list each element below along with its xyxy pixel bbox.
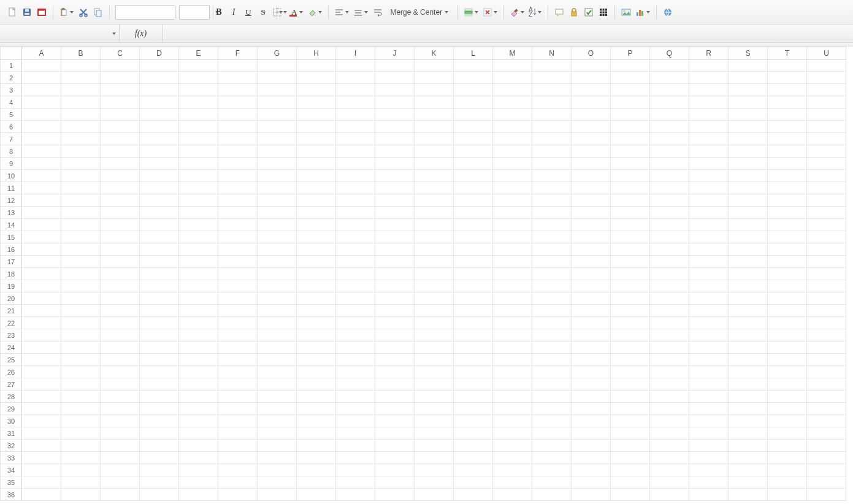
cell-O21[interactable] bbox=[572, 305, 611, 317]
cell-E8[interactable] bbox=[179, 145, 218, 158]
export-pdf-button[interactable] bbox=[35, 4, 48, 20]
cell-F3[interactable] bbox=[218, 84, 258, 96]
cell-F33[interactable] bbox=[218, 452, 258, 464]
row-header-4[interactable]: 4 bbox=[1, 96, 22, 109]
cell-D26[interactable] bbox=[140, 366, 179, 378]
cell-N9[interactable] bbox=[532, 158, 572, 170]
cell-A30[interactable] bbox=[22, 415, 61, 427]
cell-F36[interactable] bbox=[218, 489, 258, 501]
cell-M33[interactable] bbox=[493, 452, 532, 464]
cell-C27[interactable] bbox=[101, 378, 140, 391]
cell-M8[interactable] bbox=[493, 145, 532, 158]
vertical-align-button[interactable] bbox=[352, 4, 370, 20]
cell-A10[interactable] bbox=[22, 170, 61, 182]
cell-R4[interactable] bbox=[689, 96, 729, 109]
cell-D10[interactable] bbox=[140, 170, 179, 182]
cell-R25[interactable] bbox=[689, 354, 729, 366]
cell-A28[interactable] bbox=[22, 391, 61, 403]
cell-T8[interactable] bbox=[768, 145, 807, 158]
cell-L33[interactable] bbox=[454, 452, 493, 464]
cell-L31[interactable] bbox=[454, 427, 493, 440]
cell-B14[interactable] bbox=[61, 219, 101, 231]
cell-N35[interactable] bbox=[532, 476, 572, 489]
cell-T10[interactable] bbox=[768, 170, 807, 182]
cell-E13[interactable] bbox=[179, 207, 218, 219]
cell-E1[interactable] bbox=[179, 59, 218, 72]
cell-D13[interactable] bbox=[140, 207, 179, 219]
cell-D36[interactable] bbox=[140, 489, 179, 501]
cell-R27[interactable] bbox=[689, 378, 729, 391]
merge-center-button[interactable]: Merge & Center bbox=[385, 4, 454, 20]
cell-A1[interactable] bbox=[22, 59, 61, 72]
cell-S6[interactable] bbox=[729, 121, 768, 133]
insert-image-button[interactable] bbox=[619, 4, 633, 20]
cell-M34[interactable] bbox=[493, 464, 532, 476]
cell-G1[interactable] bbox=[258, 59, 297, 72]
cell-A32[interactable] bbox=[22, 440, 61, 452]
cell-E5[interactable] bbox=[179, 109, 218, 121]
cell-T5[interactable] bbox=[768, 109, 807, 121]
cell-K32[interactable] bbox=[415, 440, 454, 452]
horizontal-align-button[interactable] bbox=[333, 4, 351, 20]
cell-L16[interactable] bbox=[454, 243, 493, 256]
cell-J20[interactable] bbox=[375, 292, 415, 305]
cell-A20[interactable] bbox=[22, 292, 61, 305]
cell-T28[interactable] bbox=[768, 391, 807, 403]
cell-B4[interactable] bbox=[61, 96, 101, 109]
cell-M28[interactable] bbox=[493, 391, 532, 403]
cell-B31[interactable] bbox=[61, 427, 101, 440]
insert-cells-button[interactable] bbox=[462, 4, 480, 20]
cell-R17[interactable] bbox=[689, 256, 729, 268]
cell-G18[interactable] bbox=[258, 268, 297, 280]
save-button[interactable] bbox=[20, 4, 34, 20]
cell-K20[interactable] bbox=[415, 292, 454, 305]
cell-P13[interactable] bbox=[611, 207, 650, 219]
cell-I23[interactable] bbox=[336, 329, 375, 342]
cell-N31[interactable] bbox=[532, 427, 572, 440]
cell-T15[interactable] bbox=[768, 231, 807, 243]
cell-O4[interactable] bbox=[572, 96, 611, 109]
cell-A19[interactable] bbox=[22, 280, 61, 292]
cell-G25[interactable] bbox=[258, 354, 297, 366]
cell-B15[interactable] bbox=[61, 231, 101, 243]
cell-E3[interactable] bbox=[179, 84, 218, 96]
cell-I9[interactable] bbox=[336, 158, 375, 170]
cell-Q25[interactable] bbox=[650, 354, 689, 366]
cell-M20[interactable] bbox=[493, 292, 532, 305]
cell-K12[interactable] bbox=[415, 194, 454, 207]
cell-H23[interactable] bbox=[297, 329, 336, 342]
cell-O25[interactable] bbox=[572, 354, 611, 366]
cell-E24[interactable] bbox=[179, 342, 218, 354]
cell-J9[interactable] bbox=[375, 158, 415, 170]
cell-R28[interactable] bbox=[689, 391, 729, 403]
row-header-11[interactable]: 11 bbox=[1, 182, 22, 194]
cell-U24[interactable] bbox=[807, 342, 846, 354]
cell-C28[interactable] bbox=[101, 391, 140, 403]
cell-H20[interactable] bbox=[297, 292, 336, 305]
cell-D35[interactable] bbox=[140, 476, 179, 489]
cell-H25[interactable] bbox=[297, 354, 336, 366]
cell-G15[interactable] bbox=[258, 231, 297, 243]
cell-K33[interactable] bbox=[415, 452, 454, 464]
cell-I25[interactable] bbox=[336, 354, 375, 366]
cell-C11[interactable] bbox=[101, 182, 140, 194]
cell-L19[interactable] bbox=[454, 280, 493, 292]
cell-E25[interactable] bbox=[179, 354, 218, 366]
cell-L6[interactable] bbox=[454, 121, 493, 133]
cell-Q35[interactable] bbox=[650, 476, 689, 489]
cell-C3[interactable] bbox=[101, 84, 140, 96]
cell-G27[interactable] bbox=[258, 378, 297, 391]
cell-C36[interactable] bbox=[101, 489, 140, 501]
cell-S13[interactable] bbox=[729, 207, 768, 219]
row-header-32[interactable]: 32 bbox=[1, 440, 22, 452]
column-header-J[interactable]: J bbox=[375, 47, 415, 59]
cell-T4[interactable] bbox=[768, 96, 807, 109]
cell-F34[interactable] bbox=[218, 464, 258, 476]
insert-function-button[interactable]: f(x) bbox=[120, 25, 163, 42]
font-color-button[interactable]: A bbox=[290, 4, 305, 20]
cell-T21[interactable] bbox=[768, 305, 807, 317]
cell-N11[interactable] bbox=[532, 182, 572, 194]
cell-U13[interactable] bbox=[807, 207, 846, 219]
cell-I1[interactable] bbox=[336, 59, 375, 72]
cell-E31[interactable] bbox=[179, 427, 218, 440]
